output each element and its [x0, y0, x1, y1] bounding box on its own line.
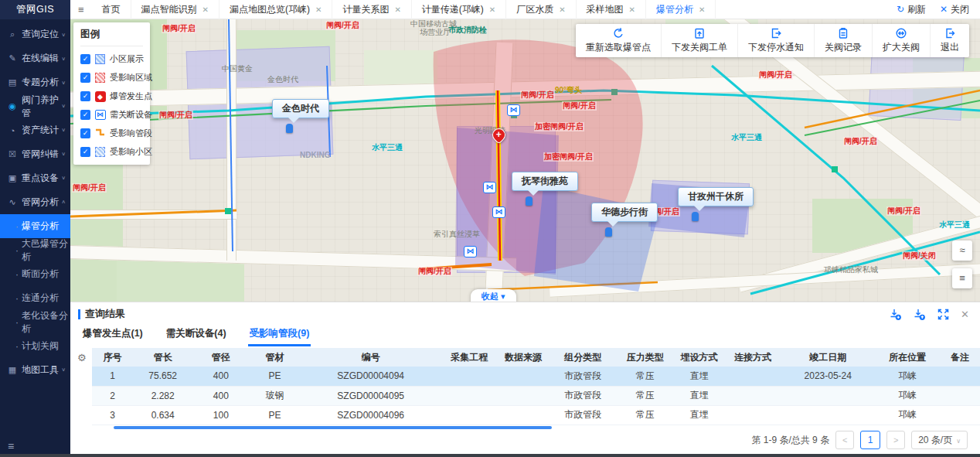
export-page-icon[interactable] — [889, 308, 902, 321]
column-header-备注[interactable]: 备注 — [940, 348, 980, 367]
sidebar-item-管网纠错[interactable]: ☒管网纠错∨ — [0, 142, 70, 166]
close-results-icon[interactable]: ✕ — [961, 309, 969, 320]
tab-close-icon[interactable]: ✕ — [559, 5, 565, 14]
current-page-button[interactable]: 1 — [860, 431, 880, 449]
map-callout-华德步行街[interactable]: 华德步行街 — [591, 203, 658, 222]
tab-爆管分析[interactable]: 爆管分析✕ — [646, 0, 716, 19]
column-header-采集工程[interactable]: 采集工程 — [441, 348, 498, 367]
tab-漏点地图总览(邛崃)[interactable]: 漏点地图总览(邛崃)✕ — [219, 0, 332, 19]
table-row[interactable]: 22.282400玻钢SZGD00004095市政管段常压直埋邛崃 — [92, 386, 980, 405]
map-canvas[interactable]: 闸阀/开启闸阀/开启闸阀/开启闸阀/开启加密闸阀/开启加密闸阀/开启闸阀/开启闸… — [70, 19, 980, 302]
sidebar-item-查询定位[interactable]: ⌕查询定位∨ — [0, 22, 70, 46]
column-header-竣工日期[interactable]: 竣工日期 — [781, 348, 875, 367]
table-cell — [498, 367, 549, 386]
column-header-编号[interactable]: 编号 — [301, 348, 441, 367]
toolbar-button-重新选取爆管点[interactable]: 重新选取爆管点 — [576, 24, 662, 57]
sidebar-item-重点设备[interactable]: ▣重点设备∨ — [0, 166, 70, 190]
sidebar-item-管网分析[interactable]: ∿管网分析∧ — [0, 190, 70, 214]
checkbox-checked-icon[interactable]: ✓ — [80, 147, 90, 157]
export-all-icon[interactable] — [913, 308, 926, 321]
toolbar-button-关阀记录[interactable]: 关阀记录 — [815, 24, 873, 57]
column-settings-icon[interactable]: ⚙ — [77, 352, 87, 363]
checkbox-checked-icon[interactable]: ✓ — [80, 128, 90, 138]
shutoff-device-icon[interactable]: ⋈ — [464, 246, 477, 257]
tab-计量关系图[interactable]: 计量关系图✕ — [332, 0, 411, 19]
sidebar-menu: ⌕查询定位∨✎在线编辑∨▤专题分析∨◉阀门养护管∨◔资产统计∨☒管网纠错∨▣重点… — [0, 22, 70, 382]
refresh-button[interactable]: ↻刷新 — [897, 3, 926, 16]
maximize-icon[interactable] — [937, 308, 950, 321]
map-label-市政消防栓: 市政消防栓 — [448, 26, 487, 35]
column-header-连接方式[interactable]: 连接方式 — [725, 348, 781, 367]
sidebar-item-资产统计[interactable]: ◔资产统计∨ — [0, 118, 70, 142]
tab-close-icon[interactable]: ✕ — [202, 5, 209, 14]
map-callout-金色时代[interactable]: 金色时代 — [272, 99, 329, 118]
results-tab-受影响管段(9)[interactable]: 受影响管段(9) — [248, 325, 311, 346]
column-header-序号[interactable]: 序号 — [92, 348, 133, 367]
tab-close-icon[interactable]: ✕ — [394, 5, 400, 14]
table-row[interactable]: 175.652400PESZGD00004094市政管段常压直埋2023-05-… — [92, 367, 980, 386]
prev-page-button[interactable]: < — [835, 431, 854, 449]
sidebar-subitem-计划关阀[interactable]: 计划关阀 — [0, 334, 70, 358]
map-callout-甘孜州干休所[interactable]: 甘孜州干休所 — [678, 187, 754, 206]
sidebar-item-专题分析[interactable]: ▤专题分析∨ — [0, 70, 70, 94]
checkbox-checked-icon[interactable]: ✓ — [80, 110, 90, 120]
sidebar-subitem-老化设备分析[interactable]: 老化设备分析 — [0, 310, 70, 334]
page-size-select[interactable]: 20 条/页∨ — [911, 431, 968, 449]
column-header-管长[interactable]: 管长 — [133, 348, 192, 367]
map-layers-button[interactable]: ≈ — [952, 240, 972, 261]
shutoff-device-icon[interactable]: ⋈ — [492, 206, 505, 218]
sidebar-subitem-大邑爆管分析[interactable]: 大邑爆管分析 — [0, 238, 70, 262]
next-page-button[interactable]: > — [886, 431, 905, 449]
map-list-button[interactable]: ≡ — [952, 268, 972, 288]
tab-close-icon[interactable]: ✕ — [629, 5, 635, 14]
collapse-results-button[interactable]: 收起 ▾ — [471, 289, 516, 302]
table-cell: SZGD00004096 — [301, 405, 441, 425]
horizontal-scrollbar[interactable] — [114, 426, 552, 429]
toolbar-button-label: 退出 — [941, 41, 959, 54]
toolbar-button-退出[interactable]: 退出 — [931, 24, 969, 57]
tab-close-icon[interactable]: ✕ — [699, 5, 705, 14]
sidebar-subitem-连通分析[interactable]: 连通分析 — [0, 286, 70, 310]
tab-采样地图[interactable]: 采样地图✕ — [577, 0, 646, 19]
toolbar-button-下发停水通知[interactable]: 下发停水通知 — [738, 24, 815, 57]
tab-close-icon[interactable]: ✕ — [315, 5, 322, 14]
table-cell: 邛崃 — [875, 386, 940, 405]
close-all-button[interactable]: ✕关闭 — [940, 3, 969, 16]
sidebar-subitem-爆管分析[interactable]: 爆管分析 — [0, 214, 70, 238]
checkbox-checked-icon[interactable]: ✓ — [80, 91, 90, 101]
column-header-数据来源[interactable]: 数据来源 — [498, 348, 549, 367]
map-label-闸阀/开启: 闸阀/开启 — [158, 111, 193, 120]
sidebar-item-地图工具[interactable]: ▦地图工具∨ — [0, 358, 70, 382]
column-header-管材[interactable]: 管材 — [249, 348, 300, 367]
column-header-管径[interactable]: 管径 — [192, 348, 249, 367]
tabs-menu-icon[interactable]: ≡ — [70, 4, 92, 15]
column-header-压力类型[interactable]: 压力类型 — [617, 348, 673, 367]
checkbox-checked-icon[interactable]: ✓ — [80, 54, 90, 64]
sidebar-subitem-断面分析[interactable]: 断面分析 — [0, 262, 70, 286]
sidebar-item-在线编辑[interactable]: ✎在线编辑∨ — [0, 46, 70, 70]
tab-close-icon[interactable]: ✕ — [489, 5, 495, 14]
toolbar-button-label: 下发停水通知 — [748, 41, 804, 54]
column-header-组分类型[interactable]: 组分类型 — [549, 348, 617, 367]
table-row[interactable]: 30.634100PESZGD00004096市政管段常压直埋邛崃 — [92, 405, 980, 425]
results-tab-爆管发生点(1)[interactable]: 爆管发生点(1) — [81, 325, 145, 346]
tab-计量传递(邛崃)[interactable]: 计量传递(邛崃)✕ — [412, 0, 506, 19]
toolbar-button-扩大关阀[interactable]: 扩大关阀 — [873, 24, 931, 57]
tab-漏点智能识别[interactable]: 漏点智能识别✕ — [131, 0, 219, 19]
table-cell — [441, 405, 498, 425]
sidebar-item-阀门养护管[interactable]: ◉阀门养护管∨ — [0, 94, 70, 118]
results-tab-需关断设备(4)[interactable]: 需关断设备(4) — [165, 325, 228, 346]
column-header-所在位置[interactable]: 所在位置 — [875, 348, 940, 367]
shutoff-device-icon[interactable]: ⋈ — [507, 104, 520, 116]
refresh-icon: ↻ — [897, 4, 904, 15]
tab-首页[interactable]: 首页 — [92, 0, 131, 19]
shutoff-device-icon[interactable]: ⋈ — [483, 182, 496, 193]
checkbox-checked-icon[interactable]: ✓ — [80, 73, 90, 83]
column-header-埋设方式[interactable]: 埋设方式 — [673, 348, 724, 367]
toolbar-button-下发关阀工单[interactable]: 下发关阀工单 — [662, 24, 738, 57]
table-cell: 市政管段 — [549, 367, 617, 386]
map-callout-抚琴街雅苑[interactable]: 抚琴街雅苑 — [512, 172, 578, 191]
sidebar-collapse-icon[interactable]: ≡ — [8, 440, 14, 452]
tab-厂区水质[interactable]: 厂区水质✕ — [506, 0, 576, 19]
tab-label: 计量关系图 — [342, 3, 389, 16]
